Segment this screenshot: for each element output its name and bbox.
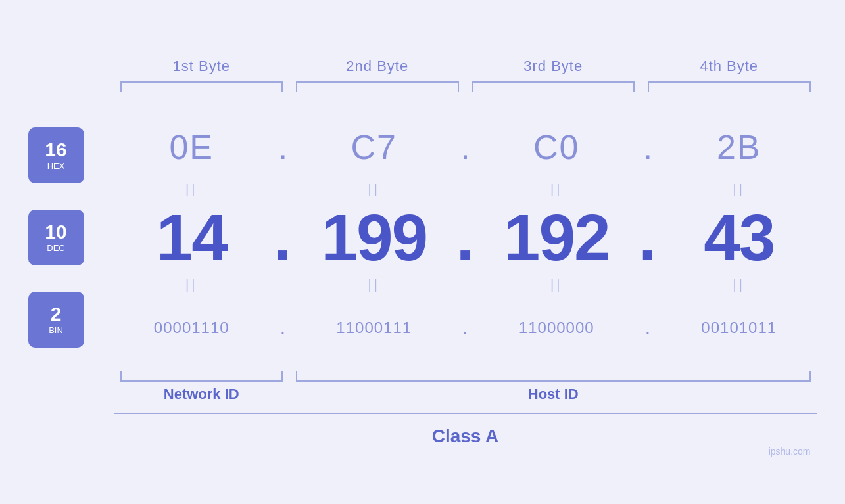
dec-byte-2: 199	[296, 204, 452, 270]
bin-badge: 2 BIN	[28, 292, 84, 348]
equals-2: ||	[296, 182, 452, 197]
equals-1: ||	[114, 182, 270, 197]
dec-row: 14 . 199 . 192 . 43	[114, 200, 817, 275]
bin-dot-2: .	[452, 317, 479, 339]
dec-dot-3: .	[635, 200, 661, 275]
hex-base-num: 16	[45, 140, 66, 160]
watermark: ipshu.com	[769, 446, 811, 457]
bin-row: 00001110 . 11000111 . 11000000 .	[114, 295, 817, 361]
hex-byte-1: 0E	[114, 127, 270, 167]
hex-badge: 16 HEX	[28, 127, 84, 183]
bottom-section: Network ID Host ID	[114, 367, 817, 403]
equals-dec-bin: || || || ||	[114, 275, 817, 295]
id-labels: Network ID Host ID	[114, 386, 817, 403]
equals-5: ||	[114, 277, 270, 292]
byte-header-2: 2nd Byte	[289, 58, 466, 75]
byte-header-4: 4th Byte	[641, 58, 817, 75]
hex-byte-4: 2B	[661, 127, 817, 167]
main-content: 16 HEX 10 DEC 2 BIN 0E .	[28, 114, 817, 361]
equals-7: ||	[479, 277, 635, 292]
hex-byte-2: C7	[296, 127, 452, 167]
hex-byte-3: C0	[479, 127, 635, 167]
byte-header-1: 1st Byte	[114, 58, 290, 75]
bin-base-unit: BIN	[49, 325, 63, 335]
hex-dot-1: .	[270, 127, 296, 167]
host-bracket	[289, 367, 817, 380]
hex-row: 0E . C7 . C0 . 2B	[114, 114, 817, 180]
bin-dot-1: .	[270, 317, 296, 339]
bracket-byte-2	[289, 81, 466, 95]
network-id-label: Network ID	[114, 386, 290, 403]
class-label: Class A	[114, 419, 817, 447]
bin-byte-4: 00101011	[661, 319, 817, 337]
dec-dot-2: .	[452, 200, 479, 275]
dec-base-unit: DEC	[47, 243, 64, 253]
top-brackets	[114, 81, 817, 95]
equals-3: ||	[479, 182, 635, 197]
network-bracket	[114, 367, 290, 380]
bracket-byte-4	[641, 81, 817, 95]
class-section: Class A	[114, 413, 817, 447]
dec-byte-4: 43	[661, 204, 817, 270]
class-divider	[114, 413, 817, 414]
equals-hex-dec: || || || ||	[114, 180, 817, 200]
bin-dot-3: .	[635, 317, 661, 339]
host-id-label: Host ID	[289, 386, 817, 403]
bracket-byte-3	[466, 81, 642, 95]
data-area: 0E . C7 . C0 . 2B	[114, 114, 817, 361]
bin-byte-3: 11000000	[479, 319, 635, 337]
dec-dot-1: .	[270, 200, 296, 275]
hex-base-unit: HEX	[47, 161, 65, 171]
hex-dot-3: .	[635, 127, 661, 167]
bottom-brackets	[114, 367, 817, 380]
equals-8: ||	[661, 277, 817, 292]
bin-byte-2: 11000111	[296, 319, 452, 337]
bracket-byte-1	[114, 81, 290, 95]
dec-badge: 10 DEC	[28, 210, 84, 265]
equals-6: ||	[296, 277, 452, 292]
byte-headers: 1st Byte 2nd Byte 3rd Byte 4th Byte	[114, 58, 817, 75]
bin-byte-1: 00001110	[114, 319, 270, 337]
dec-base-num: 10	[45, 222, 66, 242]
hex-dot-2: .	[452, 127, 479, 167]
dec-byte-3: 192	[479, 204, 635, 270]
labels-column: 16 HEX 10 DEC 2 BIN	[28, 114, 114, 361]
bin-base-num: 2	[51, 304, 62, 324]
equals-4: ||	[661, 182, 817, 197]
byte-header-3: 3rd Byte	[466, 58, 642, 75]
dec-byte-1: 14	[114, 204, 270, 270]
